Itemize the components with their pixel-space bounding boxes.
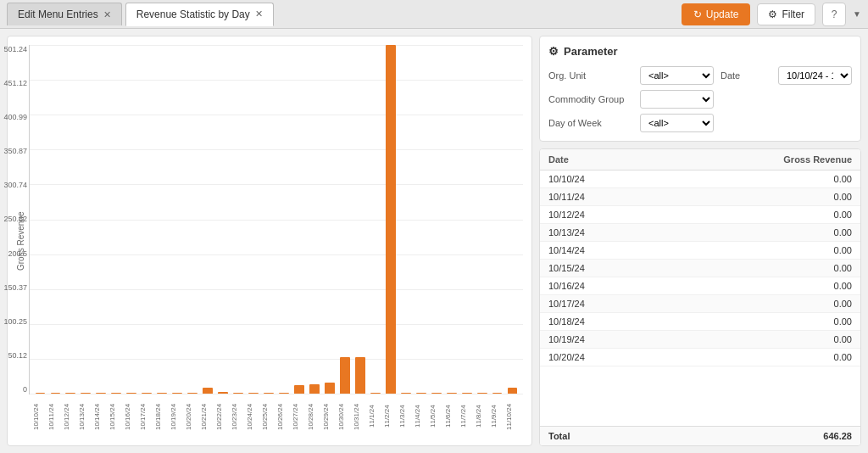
total-label: Total xyxy=(548,431,570,441)
tab-edit-menu-close[interactable]: ✕ xyxy=(103,9,111,20)
revenue-cell: 0.00 xyxy=(834,281,852,291)
tab-edit-menu-label: Edit Menu Entries xyxy=(18,8,98,20)
bars-container xyxy=(30,45,523,394)
bar-wrapper xyxy=(353,45,367,394)
x-label: 11/5/24 xyxy=(429,396,443,437)
y-tick: 50.12 xyxy=(0,351,27,360)
chevron-icon: ▼ xyxy=(853,9,861,19)
tabs-bar: Edit Menu Entries ✕ Revenue Statistic by… xyxy=(0,0,868,29)
help-button[interactable]: ? xyxy=(822,3,846,26)
bar-wrapper xyxy=(186,45,200,394)
bar xyxy=(279,393,289,394)
bar-wrapper xyxy=(140,45,154,394)
x-label: 11/2/24 xyxy=(383,396,398,437)
col-date-header: Date xyxy=(548,154,569,165)
table-row: 10/10/240.00 xyxy=(540,171,860,188)
data-total: Total 646.28 xyxy=(540,426,860,445)
bar xyxy=(81,393,91,394)
data-panel: Date Gross Revenue 10/10/240.0010/11/240… xyxy=(539,148,861,446)
date-cell: 10/14/24 xyxy=(548,245,585,255)
bar-wrapper xyxy=(33,45,47,394)
org-unit-select[interactable]: <all> xyxy=(640,66,714,85)
main-content: Gross Revenue 501.24451.12400.99350.8730… xyxy=(0,29,868,453)
bar xyxy=(508,388,518,394)
table-row: 10/11/240.00 xyxy=(540,188,860,206)
date-label: Date xyxy=(721,70,771,81)
tab-edit-menu[interactable]: Edit Menu Entries ✕ xyxy=(7,3,122,25)
x-label: 11/1/24 xyxy=(368,396,382,437)
bar xyxy=(96,393,106,394)
x-label: 11/10/24 xyxy=(505,396,520,437)
y-tick: 250.62 xyxy=(0,215,27,223)
bar-wrapper xyxy=(414,45,428,394)
bar xyxy=(157,393,167,394)
y-tick: 300.74 xyxy=(0,181,27,189)
bar xyxy=(416,393,426,394)
day-of-week-label: Day of Week xyxy=(548,118,633,128)
revenue-cell: 0.00 xyxy=(834,352,852,362)
y-tick: 451.12 xyxy=(0,79,27,87)
org-unit-label: Org. Unit xyxy=(548,70,633,81)
bar xyxy=(386,45,396,394)
table-row: 10/16/240.00 xyxy=(540,277,860,295)
revenue-cell: 0.00 xyxy=(834,263,852,273)
x-label: 11/7/24 xyxy=(459,396,474,437)
data-header: Date Gross Revenue xyxy=(540,149,860,171)
bar-wrapper xyxy=(292,45,306,394)
date-cell: 10/13/24 xyxy=(548,227,585,238)
bar-wrapper xyxy=(277,45,292,394)
update-label: Update xyxy=(706,8,739,20)
bar-wrapper xyxy=(79,45,93,394)
date-cell: 10/18/24 xyxy=(548,316,585,327)
table-row: 10/17/240.00 xyxy=(540,295,860,313)
bar xyxy=(462,393,472,394)
param-icon: ⚙ xyxy=(548,45,559,58)
revenue-cell: 0.00 xyxy=(834,210,852,220)
table-row: 10/19/240.00 xyxy=(540,331,860,349)
tab-revenue-label: Revenue Statistic by Day xyxy=(136,8,250,20)
chart-panel: Gross Revenue 501.24451.12400.99350.8730… xyxy=(7,36,532,446)
x-label: 10/11/24 xyxy=(47,396,62,437)
bar-wrapper xyxy=(444,45,459,394)
bar-wrapper xyxy=(262,45,276,394)
col-revenue-header: Gross Revenue xyxy=(783,154,852,165)
bar xyxy=(218,392,228,394)
bar xyxy=(36,393,46,394)
commodity-group-select[interactable] xyxy=(640,90,714,109)
x-label: 10/21/24 xyxy=(200,396,214,437)
filter-button[interactable]: ⚙ Filter xyxy=(757,3,815,25)
table-row: 10/20/240.00 xyxy=(540,349,860,366)
grid-line xyxy=(30,394,523,394)
x-label: 11/4/24 xyxy=(414,396,428,437)
x-label: 10/31/24 xyxy=(353,396,367,437)
bar xyxy=(142,393,152,394)
x-label: 10/27/24 xyxy=(292,396,306,437)
day-of-week-select[interactable]: <all> xyxy=(640,114,714,132)
total-value: 646.28 xyxy=(823,431,852,441)
bar xyxy=(187,393,198,394)
date-cell: 10/15/24 xyxy=(548,263,585,273)
bar xyxy=(264,393,274,394)
tab-revenue[interactable]: Revenue Statistic by Day ✕ xyxy=(125,3,274,26)
param-grid: Org. Unit <all> Date 10/10/24 - 11/10/24… xyxy=(548,66,852,132)
table-row: 10/15/240.00 xyxy=(540,260,860,277)
x-label: 10/17/24 xyxy=(139,396,153,437)
bar-wrapper xyxy=(170,45,185,394)
bar xyxy=(65,393,75,394)
bar-wrapper xyxy=(125,45,139,394)
y-tick: 501.24 xyxy=(0,45,27,53)
date-select[interactable]: 10/10/24 - 11/10/24 xyxy=(778,66,852,85)
x-label: 10/16/24 xyxy=(124,396,138,437)
date-cell: 10/16/24 xyxy=(548,281,585,291)
bar xyxy=(477,393,487,394)
revenue-cell: 0.00 xyxy=(834,227,852,238)
bar xyxy=(355,357,365,394)
x-label: 10/26/24 xyxy=(276,396,291,437)
bar xyxy=(325,383,335,394)
x-label: 10/20/24 xyxy=(185,396,199,437)
tab-revenue-close[interactable]: ✕ xyxy=(255,8,263,20)
table-row: 10/13/240.00 xyxy=(540,224,860,242)
bar-wrapper xyxy=(109,45,124,394)
update-icon: ↻ xyxy=(693,8,702,20)
update-button[interactable]: ↻ Update xyxy=(682,3,751,25)
